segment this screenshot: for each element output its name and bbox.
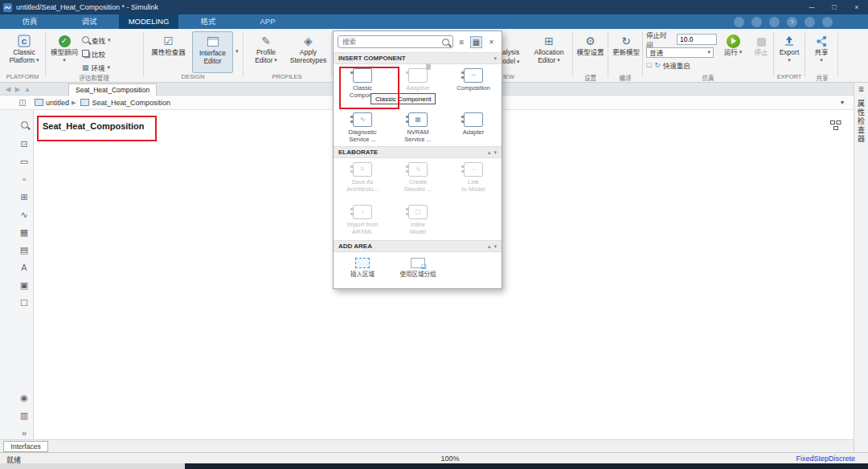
simulink-logo-icon xyxy=(3,3,12,12)
fast-restart-checkbox[interactable]: ☐ xyxy=(646,62,652,69)
canvas-model-title: Seat_Heat_Composition xyxy=(43,121,145,131)
help-icon[interactable]: ? xyxy=(787,17,797,27)
grid-view-icon[interactable]: ▦ xyxy=(470,36,482,48)
compare-button[interactable]: 比较 xyxy=(82,47,141,59)
search-icon xyxy=(442,39,449,46)
undo-icon[interactable] xyxy=(751,17,762,27)
grid-icon[interactable]: ⊞ xyxy=(16,191,32,202)
palette-item-group-by-area[interactable]: ☑ 使用区域分组 xyxy=(391,255,444,292)
expand-more-icon[interactable]: » xyxy=(16,427,32,438)
palette-item-insert-area[interactable]: 插入区域 xyxy=(336,255,389,292)
design-more-icon[interactable]: ▾ xyxy=(235,48,239,55)
breadcrumb-root[interactable]: untitled xyxy=(46,99,69,107)
pattern-icon[interactable]: ▦ xyxy=(16,226,32,238)
back-icon[interactable]: ◀ xyxy=(3,84,13,95)
palette-item-create-simulink[interactable]: ∿ CreateSimulini ... xyxy=(391,161,444,201)
text-annotation-icon[interactable]: A xyxy=(16,262,32,273)
annotation-icon[interactable]: ▤ xyxy=(16,244,32,255)
update-model-icon: ↻ xyxy=(621,34,631,48)
find-button[interactable]: 查找 ▾ xyxy=(82,34,141,46)
palette-item-inline-model[interactable]: ▢ InlineModel xyxy=(391,203,444,240)
breadcrumb-current[interactable]: Seat_Heat_Composition xyxy=(92,99,170,107)
update-model-button[interactable]: ↻ 更新模型 xyxy=(610,31,642,73)
document-tab[interactable]: Seat_Heat_Composition xyxy=(68,84,157,96)
area-icon[interactable]: ☐ xyxy=(16,297,32,308)
collapse-up-icon: ▴ xyxy=(488,243,491,250)
snapshot-icon[interactable]: ◉ xyxy=(16,392,32,403)
chevron-down-icon: ▾ xyxy=(707,49,710,55)
close-button[interactable]: × xyxy=(845,0,868,14)
stop-time-input[interactable] xyxy=(677,34,717,45)
section-label-compile: 编译 xyxy=(608,73,642,82)
status-bar: 就绪 100% FixedStepDiscrete xyxy=(0,452,868,463)
palette-item-link-to-model[interactable]: → Linkto Model xyxy=(447,161,500,201)
search-toolbar-icon[interactable] xyxy=(822,17,833,27)
section-label-profiles: PROFILES xyxy=(244,73,330,80)
solver-link[interactable]: FixedStepDiscrete xyxy=(796,455,855,463)
analysis-model-button-partial[interactable]: alysis odel▾ xyxy=(502,48,520,66)
run-button[interactable]: 运行▾ xyxy=(719,31,747,73)
tab-modeling[interactable]: MODELING xyxy=(119,14,178,29)
environment-button[interactable]: ▦ 环境 ▾ xyxy=(82,61,141,73)
maximize-button[interactable]: □ xyxy=(823,0,845,14)
section-label-assess: 评估和管理 xyxy=(47,73,141,82)
signal-icon[interactable]: ∿ xyxy=(16,209,32,220)
add-area-header[interactable]: ADD AREA ▴ ▾ xyxy=(334,240,502,252)
fit-view-icon[interactable]: ⊡ xyxy=(16,138,32,149)
interface-editor-button[interactable]: Interface Editor xyxy=(192,31,233,73)
section-label-platform: PLATFORM xyxy=(0,73,45,80)
report-icon[interactable]: ▥ xyxy=(16,410,32,421)
minimize-button[interactable]: ─ xyxy=(800,0,823,14)
taskbar-right xyxy=(185,463,868,469)
tab-app[interactable]: APP xyxy=(238,14,297,29)
sim-mode-select[interactable]: 普通 ▾ xyxy=(646,47,714,58)
palette-item-import-from-arxml[interactable]: ↓ Import fromARXML xyxy=(336,203,389,240)
palette-item-nvram-service[interactable]: ▦ NVRAMService ... xyxy=(391,111,444,146)
notifications-icon[interactable] xyxy=(805,17,815,27)
property-inspector-tab[interactable]: 属性检查器 xyxy=(856,100,866,144)
tab-debug[interactable]: 调试 xyxy=(59,14,119,29)
tab-format[interactable]: 格式 xyxy=(178,14,238,29)
region-select-icon[interactable]: ▫ xyxy=(16,173,32,185)
apply-stereotypes-button[interactable]: ◈ Apply Stereotypes xyxy=(287,31,330,73)
breadcrumb-dropdown-icon[interactable]: ▾ xyxy=(841,99,844,106)
image-annotation-icon[interactable]: ▣ xyxy=(16,279,32,291)
profile-editor-icon: ✎ xyxy=(261,34,271,48)
palette-close-icon[interactable]: × xyxy=(485,36,497,48)
viewport-icon[interactable]: ▭ xyxy=(16,156,32,167)
up-to-parent-icon[interactable]: ▲ xyxy=(23,84,32,95)
property-inspector-button[interactable]: ☑ 属性检查器 xyxy=(147,31,190,73)
insert-component-header[interactable]: INSERT COMPONENT ▾ xyxy=(334,52,502,64)
property-inspector-toggle-icon[interactable]: ≣ xyxy=(854,85,868,93)
share-button[interactable]: 共享 ▾ xyxy=(807,31,836,73)
breadcrumb-separator-icon: ▶ xyxy=(72,100,76,106)
simulink-window: untitled/Seat_Heat_Composition * - Simul… xyxy=(0,0,868,469)
allocation-editor-button[interactable]: ⊞ Allocation Editor▾ xyxy=(529,31,569,73)
classic-platform-button[interactable]: C Classic Platform▾ xyxy=(5,31,43,73)
compare-icon xyxy=(82,50,89,57)
create-simulink-icon: ∿ xyxy=(408,162,428,177)
model-advisor-button[interactable]: ✓ 模型顾问 ▾ xyxy=(48,31,80,73)
architecture-badge-icon[interactable] xyxy=(830,120,841,134)
palette-item-diagnostic-service[interactable]: ∿ DiagnosticService ... xyxy=(336,111,389,146)
list-view-icon[interactable]: ≡ xyxy=(456,36,468,48)
save-icon[interactable] xyxy=(734,17,744,27)
toggle-browser-icon[interactable]: ◫ xyxy=(16,98,29,107)
model-settings-button[interactable]: ⚙ 模型设置 xyxy=(574,31,607,73)
stop-square-icon xyxy=(757,38,766,47)
redo-icon[interactable] xyxy=(769,17,780,27)
profile-editor-button[interactable]: ✎ Profile Editor▾ xyxy=(247,31,285,73)
elaborate-header[interactable]: ELABORATE ▴ ▾ xyxy=(334,146,502,158)
forward-icon[interactable]: ▶ xyxy=(13,84,23,95)
search-input[interactable] xyxy=(338,35,453,48)
stop-button[interactable]: 停止 xyxy=(750,31,772,73)
palette-item-save-as-architecture[interactable]: ≡ Save AsArchitectu... xyxy=(336,161,389,201)
zoom-icon[interactable] xyxy=(21,121,28,128)
palette-item-composition[interactable]: ▫▫ Composition xyxy=(447,67,500,108)
tab-simulation[interactable]: 仿真 xyxy=(0,14,59,29)
interfaces-tab[interactable]: Interfaces xyxy=(3,441,48,452)
environment-icon: ▦ xyxy=(82,63,89,71)
export-button[interactable]: Export ▾ xyxy=(775,31,804,73)
collapse-up-icon: ▴ xyxy=(488,149,491,156)
palette-item-adapter[interactable]: Adapter xyxy=(447,111,500,146)
